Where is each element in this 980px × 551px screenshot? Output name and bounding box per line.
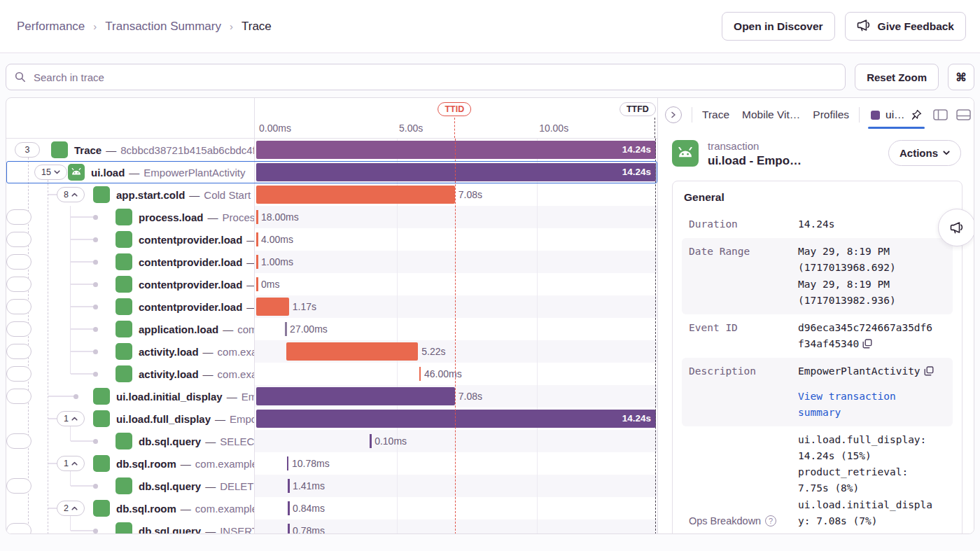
ttfd-badge[interactable]: TTFD xyxy=(620,102,656,116)
tab-profiles[interactable]: Profiles xyxy=(813,109,849,121)
collapse-panel-icon[interactable] xyxy=(665,106,682,123)
span-duration-bar[interactable] xyxy=(256,255,258,269)
trace-row[interactable]: 1 db.sql.room — com.example.vu 10.78ms xyxy=(6,452,657,475)
actions-button[interactable]: Actions xyxy=(888,140,961,166)
span-duration-bar[interactable] xyxy=(286,342,418,361)
trace-row-lane[interactable]: 7.08s xyxy=(255,183,657,206)
trace-row[interactable]: contentprovider.load — ar 0ms xyxy=(6,273,657,295)
child-count-badge[interactable] xyxy=(6,366,31,382)
tab-active-span[interactable]: ui… xyxy=(869,98,923,132)
trace-row[interactable]: contentprovider.load — co 1.17s xyxy=(6,295,657,318)
trace-row-lane[interactable]: 46.00ms xyxy=(255,363,657,385)
search-input[interactable] xyxy=(32,71,836,84)
trace-row-lane[interactable]: 27.00ms xyxy=(255,318,657,340)
pin-icon[interactable] xyxy=(911,109,922,120)
trace-row[interactable]: 15 ui.load — EmpowerPlantActivity 14.24s xyxy=(6,161,657,183)
span-duration-bar[interactable] xyxy=(256,277,258,291)
trace-row[interactable]: process.load — Process In 18.00ms xyxy=(6,206,657,228)
trace-row-tree[interactable]: 8 app.start.cold — Cold Start xyxy=(6,183,255,206)
ttid-badge[interactable]: TTID xyxy=(438,102,471,116)
trace-row-tree[interactable]: ui.load.initial_display — Empo xyxy=(6,385,255,407)
trace-row-lane[interactable]: 0ms xyxy=(255,273,657,295)
child-count-badge[interactable] xyxy=(6,389,31,404)
trace-row-tree[interactable]: 2 db.sql.room — com.example.vu xyxy=(6,497,255,519)
trace-row-tree[interactable]: 15 ui.load — EmpowerPlantActivity xyxy=(6,161,255,183)
search-box[interactable] xyxy=(6,64,846,90)
view-transaction-summary-link[interactable]: View transaction summary xyxy=(798,389,938,421)
tab-trace[interactable]: Trace xyxy=(702,109,729,121)
trace-row-tree[interactable]: contentprovider.load — io xyxy=(6,251,255,273)
trace-row-tree[interactable]: application.load — com.ex xyxy=(6,318,255,340)
trace-row[interactable]: db.sql.query — SELECT * F 0.10ms xyxy=(6,430,657,452)
trace-row[interactable]: activity.load — com.examp 5.22s xyxy=(6,340,657,363)
child-count-badge[interactable] xyxy=(6,209,31,225)
span-duration-bar[interactable] xyxy=(288,524,290,534)
help-icon[interactable]: ? xyxy=(765,515,776,526)
span-duration-bar[interactable] xyxy=(288,479,290,493)
breadcrumb-performance[interactable]: Performance xyxy=(17,20,85,34)
trace-row-lane[interactable]: 0.78ms xyxy=(255,519,657,534)
trace-row-tree[interactable]: 1 ui.load.full_display — Empow xyxy=(6,407,255,430)
trace-row-lane[interactable]: 0.10ms xyxy=(255,430,657,452)
child-count-badge[interactable] xyxy=(6,321,31,337)
trace-row-tree[interactable]: 1 db.sql.room — com.example.vu xyxy=(6,452,255,475)
trace-row[interactable]: application.load — com.ex 27.00ms xyxy=(6,318,657,340)
trace-row-lane[interactable]: 4.00ms xyxy=(255,228,657,251)
child-count-badge[interactable] xyxy=(6,344,31,359)
span-duration-bar[interactable] xyxy=(419,367,421,381)
trace-row-tree[interactable]: db.sql.query — DELETE FR xyxy=(6,475,255,497)
child-count-badge[interactable] xyxy=(6,523,31,534)
trace-row-tree[interactable]: contentprovider.load — ar xyxy=(6,273,255,295)
tab-mobile-vit-[interactable]: Mobile Vit… xyxy=(742,109,800,121)
breadcrumb-transaction-summary[interactable]: Transaction Summary xyxy=(105,20,221,34)
trace-row-tree[interactable]: activity.load — com.examp xyxy=(6,340,255,363)
shortcut-button[interactable]: ⌘ xyxy=(948,64,974,90)
trace-row[interactable]: activity.load — com.examp 46.00ms xyxy=(6,363,657,385)
trace-row-tree[interactable]: db.sql.query — SELECT * F xyxy=(6,430,255,452)
trace-row-lane[interactable]: 10.78ms xyxy=(255,452,657,475)
trace-row[interactable]: db.sql.query — INSERT OR 0.78ms xyxy=(6,519,657,534)
trace-row[interactable]: 3 Trace — 8cbbcd38721b415ab6cbdc4ff 14.2… xyxy=(6,139,657,161)
child-count-badge[interactable] xyxy=(6,299,31,314)
trace-row[interactable]: 1 ui.load.full_display — Empow 14.24s xyxy=(6,407,657,430)
span-duration-bar[interactable] xyxy=(256,210,258,224)
open-in-discover-button[interactable]: Open in Discover xyxy=(722,12,834,41)
copy-icon[interactable] xyxy=(924,366,934,376)
child-count-badge[interactable]: 3 xyxy=(15,142,40,158)
span-duration-bar[interactable] xyxy=(370,434,372,448)
trace-row-tree[interactable]: contentprovider.load — co xyxy=(6,295,255,318)
trace-row-tree[interactable]: process.load — Process In xyxy=(6,206,255,228)
trace-row-tree[interactable]: activity.load — com.examp xyxy=(6,363,255,385)
trace-row[interactable]: ui.load.initial_display — Empo 7.08s xyxy=(6,385,657,407)
trace-row-lane[interactable]: 7.08s xyxy=(255,385,657,407)
child-count-badge[interactable] xyxy=(6,232,31,247)
span-duration-bar[interactable] xyxy=(256,387,455,405)
child-count-badge[interactable]: 1 xyxy=(57,456,85,471)
child-count-badge[interactable] xyxy=(6,478,31,494)
trace-row-lane[interactable]: 14.24s xyxy=(255,139,657,161)
trace-row[interactable]: contentprovider.load — io 4.00ms xyxy=(6,228,657,251)
trace-row-lane[interactable]: 1.17s xyxy=(255,295,657,318)
child-count-badge[interactable] xyxy=(6,254,31,270)
child-count-badge[interactable] xyxy=(6,433,31,449)
child-count-badge[interactable] xyxy=(6,277,31,292)
span-duration-bar[interactable] xyxy=(256,232,258,246)
trace-row[interactable]: 8 app.start.cold — Cold Start 7.08s xyxy=(6,183,657,206)
span-duration-bar[interactable]: 14.24s xyxy=(256,141,656,159)
trace-row[interactable]: db.sql.query — DELETE FR 1.41ms xyxy=(6,475,657,497)
trace-row-lane[interactable]: 1.00ms xyxy=(255,251,657,273)
span-duration-bar[interactable]: 14.24s xyxy=(256,410,656,428)
copy-icon[interactable] xyxy=(862,339,872,349)
child-count-badge[interactable]: 8 xyxy=(57,187,85,202)
feedback-floating-button[interactable] xyxy=(938,209,974,246)
span-duration-bar[interactable]: 14.24s xyxy=(256,163,656,181)
trace-row-tree[interactable]: db.sql.query — INSERT OR xyxy=(6,519,255,534)
trace-row-lane[interactable]: 5.22s xyxy=(255,340,657,363)
trace-row-lane[interactable]: 1.41ms xyxy=(255,475,657,497)
dock-bottom-icon[interactable] xyxy=(956,109,971,120)
span-duration-bar[interactable] xyxy=(256,298,289,316)
trace-row[interactable]: contentprovider.load — io 1.00ms xyxy=(6,251,657,273)
trace-row-tree[interactable]: contentprovider.load — io xyxy=(6,228,255,251)
child-count-badge[interactable]: 2 xyxy=(57,501,85,516)
trace-row-tree[interactable]: 3 Trace — 8cbbcd38721b415ab6cbdc4ff xyxy=(6,139,255,161)
